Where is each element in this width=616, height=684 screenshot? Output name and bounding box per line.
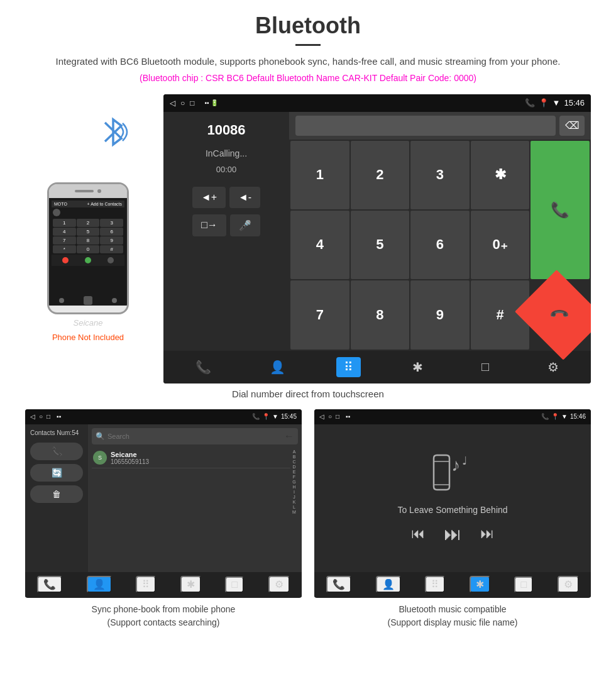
ms-btn-phone[interactable]: 📞 [326,576,351,593]
pb-search-icon: 🔍 [96,432,105,441]
ms-song-title: To Leave Something Behind [397,505,507,515]
ms-btn-bt[interactable]: ✱ [470,576,490,593]
key-8[interactable]: 8 [351,280,410,349]
pb-btn-bt[interactable]: ✱ [180,576,201,593]
ms-wifi-icon: ▼ [561,413,568,420]
car-status-bar: ◁ ○ □ ▪▪ 🔋 📞 📍 ▼ 15:46 [163,94,591,112]
pb-time: 15:45 [281,413,297,420]
pb-contacts-num: Contacts Num:54 [30,429,83,436]
pb-contact-row[interactable]: S Seicane 10655059113 [92,448,290,468]
car-screen-body: 10086 InCalling... 00:00 ◄+ ◄- □→ 🎤 ⌫ [163,112,591,351]
key-5[interactable]: 5 [351,211,410,279]
action-row: □→ 🎤 [173,214,279,236]
ms-status-bar: ◁ ○ □ ▪▪ 📞 📍 ▼ 15:46 [314,409,591,424]
pb-signal: ▪▪ [57,413,61,420]
bluetooth-icon [97,113,129,151]
pb-contact-num: 10655059113 [111,458,289,465]
call-btn[interactable]: 📞 [531,141,590,280]
pb-home-icon: ○ [39,413,43,420]
pb-contact-info: Seicane 10655059113 [111,451,289,465]
music-wrap: ◁ ○ □ ▪▪ 📞 📍 ▼ 15:46 [314,409,591,629]
vol-down-btn[interactable]: ◄- [229,187,260,208]
car-dialer-screen: ◁ ○ □ ▪▪ 🔋 📞 📍 ▼ 15:46 10086 InCalling..… [163,94,591,383]
dialed-number: 10086 [173,122,279,138]
key-7[interactable]: 7 [290,280,349,349]
page-title: Bluetooth [25,13,591,39]
ms-btn-settings[interactable]: ⚙ [558,576,579,593]
car-numpad: 1 2 3 ✱ 📞 4 5 6 0₊ 7 8 9 # 📞 [289,140,591,351]
ms-apps-icon: □ [336,413,339,420]
pb-call-btn[interactable]: 📞 [30,443,83,460]
car-bottom-settings[interactable]: ⚙ [540,357,566,377]
pb-contact-name: Seicane [111,451,289,458]
home-icon: ○ [180,99,185,108]
location-icon: 📍 [539,98,549,108]
pb-back-arrow: ← [284,431,294,442]
pb-wifi-icon: ▼ [272,413,278,420]
bottom-row: ◁ ○ □ ▪▪ 📞 📍 ▼ 15:45 Contacts Num:54 📞 � [25,409,591,629]
pb-loc-icon: 📍 [262,413,270,420]
ms-play-btn[interactable]: ⏭ [444,524,461,544]
ms-icon-area: ♪ ♩ [427,452,478,496]
ms-btn-dialpad[interactable]: ⠿ [425,576,445,593]
pb-btn-settings[interactable]: ⚙ [268,576,290,593]
ms-prev-btn[interactable]: ⏮ [411,526,425,542]
key-1[interactable]: 1 [290,141,349,209]
status-right-icons: 📞 📍 ▼ 15:46 [525,98,585,108]
mic-btn[interactable]: 🎤 [230,214,260,236]
pb-btn-dialpad[interactable]: ⠿ [136,576,156,593]
wifi-icon: ▼ [553,98,561,108]
car-bottom-transfer[interactable]: □ [474,357,497,377]
car-bottom-dialpad[interactable]: ⠿ [336,357,361,377]
calling-status: InCalling... [173,148,279,158]
back-icon: ◁ [170,99,175,108]
svg-text:♪: ♪ [451,455,460,475]
pb-alphabet-list: ABCDE FGHIJ KLM [290,448,298,514]
watermark: Seicane [74,318,103,328]
ms-btn-transfer[interactable]: □ [514,576,533,593]
phonebook-wrap: ◁ ○ □ ▪▪ 📞 📍 ▼ 15:45 Contacts Num:54 📞 � [25,409,302,629]
transfer-btn[interactable]: □→ [192,214,226,236]
phone-not-included-label: Phone Not Included [52,333,124,342]
pb-status-bar: ◁ ○ □ ▪▪ 📞 📍 ▼ 15:45 [25,409,302,424]
ms-body: ♪ ♩ To Leave Something Behind ⏮ ⏭ ⏭ [314,424,591,572]
pb-refresh-btn[interactable]: 🔄 [30,464,83,482]
ms-home-icon: ○ [328,413,332,420]
key-star[interactable]: ✱ [471,141,530,209]
car-bottom-contacts[interactable]: 👤 [262,357,293,377]
pb-bottom-bar: 📞 👤 ⠿ ✱ □ ⚙ [25,572,302,597]
vol-up-btn[interactable]: ◄+ [192,187,226,208]
ms-phone-icon: 📞 [541,413,549,420]
pb-btn-contacts[interactable]: 👤 [87,576,112,593]
key-6[interactable]: 6 [410,211,470,279]
specs-line: (Bluetooth chip : CSR BC6 Default Blueto… [25,73,591,83]
pb-left: Contacts Num:54 📞 🔄 🗑 [25,424,88,572]
backspace-btn[interactable]: ⌫ [559,116,585,136]
phone-mock: MOTO+ Add to Contacts 123 456 789 *0# [47,182,129,314]
key-0plus[interactable]: 0₊ [471,211,530,279]
ms-back-icon: ◁ [319,413,324,420]
title-divider [295,44,321,46]
status-indicators: ▪▪ 🔋 [205,99,219,106]
music-screen: ◁ ○ □ ▪▪ 📞 📍 ▼ 15:46 [314,409,591,598]
music-caption: Bluetooth music compatible (Support disp… [314,603,591,629]
ms-signal: ▪▪ [346,413,350,420]
pb-search-row: 🔍 ← [92,428,298,444]
pb-apps-icon: □ [47,413,50,420]
car-bottom-bluetooth[interactable]: ✱ [405,357,431,377]
main-caption: Dial number direct from touchscreen [25,389,591,399]
pb-delete-btn[interactable]: 🗑 [30,485,83,503]
ms-next-btn[interactable]: ⏭ [480,526,494,542]
key-2[interactable]: 2 [351,141,410,209]
pb-btn-phone[interactable]: 📞 [37,576,62,593]
car-bottom-phone[interactable]: 📞 [188,357,219,377]
key-3[interactable]: 3 [410,141,470,209]
volume-row: ◄+ ◄- [173,187,279,208]
key-4[interactable]: 4 [290,211,349,279]
phone-side: MOTO+ Add to Contacts 123 456 789 *0# [25,94,151,342]
key-9[interactable]: 9 [410,280,470,349]
ms-btn-contacts[interactable]: 👤 [376,576,401,593]
phone-signal-icon: 📞 [525,98,535,108]
pb-btn-transfer[interactable]: □ [225,576,244,593]
pb-search-input[interactable] [107,433,282,440]
